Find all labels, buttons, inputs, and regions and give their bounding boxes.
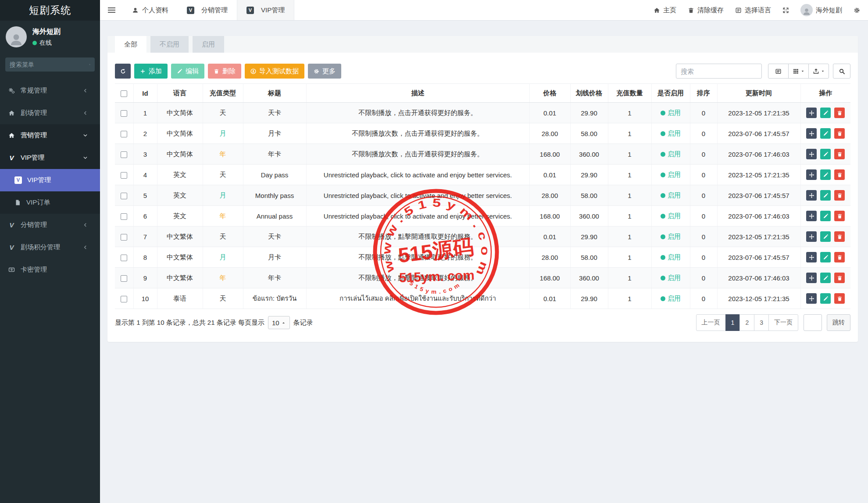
user-menu[interactable]: 海外短剧 <box>800 4 842 16</box>
export-button[interactable] <box>808 64 829 79</box>
sidebar-item-distribution[interactable]: V 分销管理 <box>0 214 100 236</box>
import-test-data-button[interactable]: 导入测试数据 <box>245 64 304 79</box>
page-jump-button[interactable]: 跳转 <box>827 314 850 331</box>
row-checkbox[interactable] <box>121 193 127 199</box>
prev-page-button[interactable]: 上一页 <box>696 314 726 331</box>
table-search-input[interactable] <box>676 64 762 79</box>
page-button-1[interactable]: 1 <box>725 314 740 331</box>
add-button[interactable]: 添加 <box>134 64 168 79</box>
sidebar-item-cardkey[interactable]: 卡密管理 <box>0 259 100 281</box>
page-size-select[interactable]: 10 <box>268 316 290 329</box>
choose-language-link[interactable]: 选择语言 <box>735 6 771 14</box>
home-link[interactable]: 主页 <box>654 6 676 14</box>
row-checkbox[interactable] <box>121 131 127 137</box>
row-checkbox[interactable] <box>121 110 127 117</box>
more-button[interactable]: 更多 <box>308 64 341 79</box>
clear-cache-link[interactable]: 清除缓存 <box>688 6 724 14</box>
cell-updated-time: 2023-07-06 17:45:57 <box>717 185 800 206</box>
row-move-button[interactable] <box>806 169 817 180</box>
next-page-button[interactable]: 下一页 <box>768 314 798 331</box>
page-button-2[interactable]: 2 <box>739 314 754 331</box>
sidebar-search[interactable] <box>5 57 95 72</box>
row-move-button[interactable] <box>806 108 817 118</box>
table-row[interactable]: 1 中文简体 天 天卡 不限制播放，点击开通获得更好的服务。 0.01 29.9… <box>115 103 850 123</box>
row-move-button[interactable] <box>806 252 817 262</box>
refresh-button[interactable] <box>115 64 131 79</box>
row-delete-button[interactable] <box>834 211 845 221</box>
sidebar-search-input[interactable] <box>10 61 89 68</box>
row-move-button[interactable] <box>806 149 817 159</box>
sidebar-item-vip-manage[interactable]: VIP管理 <box>0 169 100 191</box>
row-move-button[interactable] <box>806 231 817 242</box>
table-row[interactable]: 9 中文繁体 年 年卡 不限制播放，點擊開通獲取更好的服務。 168.00 36… <box>115 268 850 288</box>
row-move-button[interactable] <box>806 273 817 283</box>
row-edit-button[interactable] <box>820 231 831 242</box>
tab-distribution[interactable]: 分销管理 <box>178 0 237 20</box>
tab-profile[interactable]: 个人资料 <box>123 0 178 20</box>
row-edit-button[interactable] <box>820 128 831 139</box>
row-delete-button[interactable] <box>834 108 845 118</box>
sidebar-item-marketing[interactable]: 营销管理 <box>0 124 100 147</box>
row-checkbox[interactable] <box>121 172 127 179</box>
settings-button[interactable] <box>854 7 860 14</box>
columns-button[interactable] <box>788 64 809 79</box>
table-row[interactable]: 10 泰语 天 ข้อแรก: บัตรวัน การเล่นไว้เสมอ ค… <box>115 288 850 309</box>
row-move-button[interactable] <box>806 211 817 221</box>
table-row[interactable]: 6 英文 年 Annual pass Unrestricted playback… <box>115 206 850 226</box>
detail-view-button[interactable] <box>768 64 789 79</box>
status-dot <box>661 152 665 157</box>
row-delete-button[interactable] <box>834 190 845 201</box>
cell-description: Unrestricted playback, click to activate… <box>306 165 529 185</box>
filter-tab-disabled[interactable]: 不启用 <box>150 36 189 53</box>
table-row[interactable]: 4 英文 天 Day pass Unrestricted playback, c… <box>115 165 850 185</box>
table-row[interactable]: 7 中文繁体 天 天卡 不限制播放，點擊開通獲取更好的服務。 0.01 29.9… <box>115 226 850 247</box>
row-delete-button[interactable] <box>834 128 845 139</box>
row-delete-button[interactable] <box>834 149 845 159</box>
fullscreen-button[interactable] <box>782 7 789 14</box>
filter-tab-enabled[interactable]: 启用 <box>193 36 224 53</box>
sidebar-item-general[interactable]: 常规管理 <box>0 79 100 102</box>
page-jump-input[interactable] <box>804 314 822 331</box>
row-checkbox[interactable] <box>121 296 127 302</box>
row-edit-button[interactable] <box>820 211 831 221</box>
row-checkbox[interactable] <box>121 234 127 241</box>
table-row[interactable]: 3 中文简体 年 年卡 不限制播放次数，点击开通获得更好的服务。 168.00 … <box>115 144 850 165</box>
row-edit-button[interactable] <box>820 190 831 201</box>
row-checkbox[interactable] <box>121 151 127 158</box>
sidebar-item-theater[interactable]: 剧场管理 <box>0 102 100 124</box>
row-checkbox[interactable] <box>121 255 127 261</box>
row-delete-button[interactable] <box>834 169 845 180</box>
delete-button[interactable]: 删除 <box>208 64 241 79</box>
row-delete-button[interactable] <box>834 293 845 304</box>
sidebar-item-points[interactable]: V 剧场积分管理 <box>0 236 100 259</box>
edit-button[interactable]: 编辑 <box>171 64 204 79</box>
status-badge: 启用 <box>668 191 681 200</box>
row-move-button[interactable] <box>806 128 817 139</box>
row-edit-button[interactable] <box>820 169 831 180</box>
cell-price: 168.00 <box>529 268 570 288</box>
row-edit-button[interactable] <box>820 273 831 283</box>
row-edit-button[interactable] <box>820 252 831 262</box>
tab-vip-manage[interactable]: VIP管理 <box>237 0 294 20</box>
sidebar-item-vip-orders[interactable]: VIP订单 <box>0 191 100 214</box>
table-row[interactable]: 5 英文 月 Monthly pass Unrestricted playbac… <box>115 185 850 206</box>
row-edit-button[interactable] <box>820 293 831 304</box>
table-row[interactable]: 8 中文繁体 月 月卡 不限制播放，點擊開通獲取更好的服務。 28.00 58.… <box>115 247 850 268</box>
select-all-checkbox[interactable] <box>121 90 127 97</box>
row-delete-button[interactable] <box>834 252 845 262</box>
sidebar-toggle-button[interactable] <box>100 0 123 20</box>
filter-tab-all[interactable]: 全部 <box>115 36 146 53</box>
row-edit-button[interactable] <box>820 149 831 159</box>
row-move-button[interactable] <box>806 293 817 304</box>
row-edit-button[interactable] <box>820 108 831 118</box>
row-move-button[interactable] <box>806 190 817 201</box>
sidebar-item-vip[interactable]: V VIP管理 <box>0 147 100 169</box>
search-button[interactable] <box>833 64 850 79</box>
row-checkbox[interactable] <box>121 275 127 282</box>
row-delete-button[interactable] <box>834 273 845 283</box>
v-square-icon <box>187 7 194 14</box>
row-checkbox[interactable] <box>121 213 127 220</box>
page-button-3[interactable]: 3 <box>754 314 769 331</box>
table-row[interactable]: 2 中文简体 月 月卡 不限制播放次数，点击开通获得更好的服务。 28.00 5… <box>115 123 850 144</box>
row-delete-button[interactable] <box>834 231 845 242</box>
